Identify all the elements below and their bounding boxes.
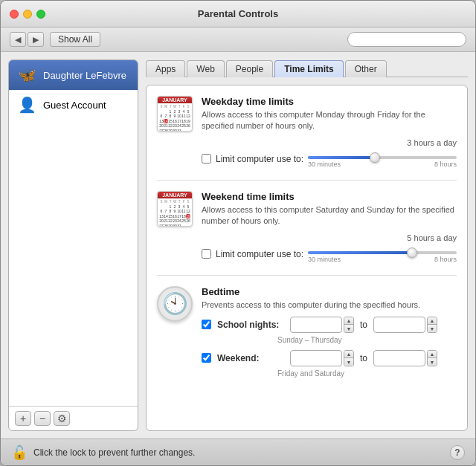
section-divider-1 xyxy=(157,180,457,181)
school-nights-sublabel: Sunday – Thursday xyxy=(277,336,457,344)
sidebar-item-daughter-label: Daughter LeFebvre xyxy=(43,70,126,81)
weekday-slider[interactable]: 30 minutes 8 hours xyxy=(308,150,457,168)
tab-apps[interactable]: Apps xyxy=(146,60,185,77)
forward-button[interactable]: ▶ xyxy=(28,32,44,47)
weekend-title: Weekend time limits xyxy=(202,191,457,202)
school-nights-checkbox[interactable] xyxy=(202,320,211,329)
help-button[interactable]: ? xyxy=(450,445,465,460)
weekend-bedtime-start-up[interactable]: ▲ xyxy=(344,351,353,359)
weekend-slider-thumb[interactable] xyxy=(407,247,417,258)
weekday-limit-row: Limit computer use to: 30 minutes 8 hour… xyxy=(202,150,457,168)
back-button[interactable]: ◀ xyxy=(10,32,26,47)
bedtime-title: Bedtime xyxy=(202,286,457,297)
weekend-bedtime-end-stepper: ▲ ▼ xyxy=(427,350,437,366)
clock-icon: 🕙 xyxy=(157,286,193,322)
weekend-bedtime-end-field: 9:00 AM ▲ ▼ xyxy=(373,350,437,366)
weekend-bedtime-start-input[interactable]: 10:00 PM xyxy=(290,350,342,366)
weekday-text: Weekday time limits Allows access to thi… xyxy=(202,96,457,168)
weekend-slider-track xyxy=(308,251,457,254)
sidebar-item-daughter[interactable]: 🦋 Daughter LeFebvre xyxy=(9,60,138,90)
tabs: Apps Web People Time Limits Other xyxy=(146,59,468,77)
school-nights-end-up[interactable]: ▲ xyxy=(428,317,437,326)
school-nights-start-up[interactable]: ▲ xyxy=(344,317,353,326)
weekend-slider-labels: 30 minutes 8 hours xyxy=(308,256,457,263)
school-nights-start-down[interactable]: ▼ xyxy=(344,325,353,332)
weekend-slider-min: 30 minutes xyxy=(308,256,341,263)
nav-buttons: ◀ ▶ xyxy=(10,32,44,47)
weekday-slider-fill xyxy=(308,156,375,159)
weekend-slider-max: 8 hours xyxy=(434,256,457,263)
weekday-slider-track xyxy=(308,156,457,159)
sidebar-item-guest[interactable]: 👤 Guest Account xyxy=(9,90,138,120)
add-account-button[interactable]: + xyxy=(15,411,31,426)
weekend-bedtime-start-field: 10:00 PM ▲ ▼ xyxy=(290,350,354,366)
weekday-calendar-icon: JANUARY SMTWTFS 12345 6789101112 1314151… xyxy=(157,96,193,132)
weekend-slider-fill xyxy=(308,251,412,254)
sidebar-item-guest-label: Guest Account xyxy=(43,100,106,111)
weekday-slider-max: 8 hours xyxy=(434,161,457,168)
sidebar: 🦋 Daughter LeFebvre 👤 Guest Account + − … xyxy=(8,59,138,431)
school-nights-end-input[interactable]: 6:00 AM xyxy=(373,317,425,333)
maximize-button[interactable] xyxy=(36,10,45,19)
weekday-cal-month: JANUARY xyxy=(158,97,192,103)
weekend-bedtime-checkbox[interactable] xyxy=(202,353,211,363)
weekend-cal-month: JANUARY xyxy=(158,192,192,198)
weekend-slider[interactable]: 30 minutes 8 hours xyxy=(308,245,457,263)
weekend-section: JANUARY SMTWTFS 12345 6789101112 1314151… xyxy=(157,191,457,263)
bedtime-desc: Prevents access to this computer during … xyxy=(202,300,457,311)
school-nights-end-stepper: ▲ ▼ xyxy=(427,317,437,333)
weekend-calendar-icon: JANUARY SMTWTFS 12345 6789101112 1314151… xyxy=(157,191,193,227)
lock-button[interactable]: 🔓 Click the lock to prevent further chan… xyxy=(11,444,195,461)
bedtime-text: Bedtime Prevents access to this computer… xyxy=(202,286,457,384)
sidebar-footer: + − ⚙ xyxy=(9,406,138,430)
weekend-desc: Allows access to this computer Saturday … xyxy=(202,204,457,227)
weekend-bedtime-start-down[interactable]: ▼ xyxy=(344,358,353,366)
toolbar: ◀ ▶ Show All xyxy=(1,27,475,52)
school-nights-label: School nights: xyxy=(217,320,284,330)
close-button[interactable] xyxy=(10,10,19,19)
title-bar: Parental Controls xyxy=(1,1,475,27)
tab-web[interactable]: Web xyxy=(187,60,224,77)
school-nights-to: to xyxy=(360,320,367,330)
minimize-button[interactable] xyxy=(23,10,32,19)
remove-account-button[interactable]: − xyxy=(34,411,51,426)
weekday-desc: Allows access to this computer Monday th… xyxy=(202,109,457,132)
lock-text: Click the lock to prevent further change… xyxy=(33,447,195,458)
search-input[interactable] xyxy=(347,32,466,47)
weekend-bedtime-sublabel: Friday and Saturday xyxy=(277,369,457,378)
lock-icon: 🔓 xyxy=(11,444,28,461)
weekend-text: Weekend time limits Allows access to thi… xyxy=(202,191,457,263)
school-nights-row: School nights: 8:00 PM ▲ ▼ to 6:00 AM xyxy=(202,317,457,333)
weekday-slider-thumb[interactable] xyxy=(370,152,380,163)
school-nights-start-field: 8:00 PM ▲ ▼ xyxy=(290,317,354,333)
panel-content: JANUARY SMTWTFS 12345 6789101112 1314151… xyxy=(146,85,468,431)
butterfly-icon: 🦋 xyxy=(16,65,37,85)
tab-people[interactable]: People xyxy=(226,60,273,77)
weekday-limit-checkbox[interactable] xyxy=(202,154,211,164)
window-title: Parental Controls xyxy=(198,8,278,19)
weekday-section: JANUARY SMTWTFS 12345 6789101112 1314151… xyxy=(157,96,457,168)
person-icon: 👤 xyxy=(16,94,37,115)
weekend-bedtime-row: Weekend: 10:00 PM ▲ ▼ to 9:00 AM xyxy=(202,350,457,366)
weekday-cal-body: SMTWTFS 12345 6789101112 13141516171819 … xyxy=(158,103,192,132)
weekday-limit-label: Limit computer use to: xyxy=(216,154,303,164)
tab-other[interactable]: Other xyxy=(345,60,387,77)
weekend-limit-row: Limit computer use to: 30 minutes 8 hour… xyxy=(202,245,457,263)
show-all-button[interactable]: Show All xyxy=(50,32,100,47)
school-nights-end-down[interactable]: ▼ xyxy=(428,325,437,332)
weekday-slider-min: 30 minutes xyxy=(308,161,341,168)
right-panel: Apps Web People Time Limits Other xyxy=(146,59,468,431)
settings-button[interactable]: ⚙ xyxy=(54,411,70,426)
weekend-cal-body: SMTWTFS 12345 6789101112 13141516171819 … xyxy=(158,198,192,227)
weekend-bedtime-end-down[interactable]: ▼ xyxy=(428,358,437,366)
bottom-bar: 🔓 Click the lock to prevent further chan… xyxy=(1,439,475,465)
weekday-time-label: 3 hours a day xyxy=(202,138,457,147)
main-window: Parental Controls ◀ ▶ Show All 🦋 Daughte… xyxy=(0,0,476,466)
weekend-bedtime-end-input[interactable]: 9:00 AM xyxy=(373,350,425,366)
school-nights-start-input[interactable]: 8:00 PM xyxy=(290,317,342,333)
weekend-limit-checkbox[interactable] xyxy=(202,249,211,259)
content-area: 🦋 Daughter LeFebvre 👤 Guest Account + − … xyxy=(1,52,475,439)
school-nights-start-stepper: ▲ ▼ xyxy=(344,317,354,333)
weekend-bedtime-end-up[interactable]: ▲ xyxy=(428,351,437,359)
tab-time-limits[interactable]: Time Limits xyxy=(274,60,343,77)
